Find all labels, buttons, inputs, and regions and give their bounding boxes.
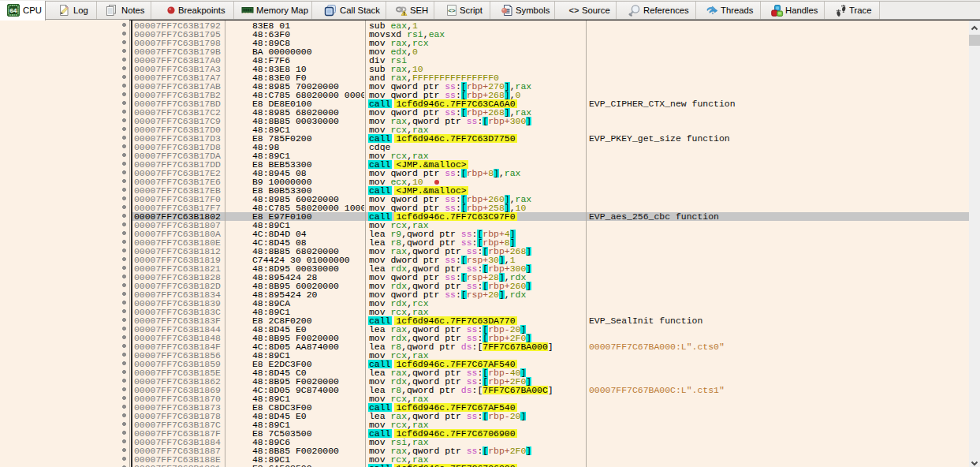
svg-text:64: 64 <box>10 7 17 14</box>
svg-text:<>: <> <box>448 7 456 14</box>
svg-text:<>: <> <box>569 6 579 15</box>
